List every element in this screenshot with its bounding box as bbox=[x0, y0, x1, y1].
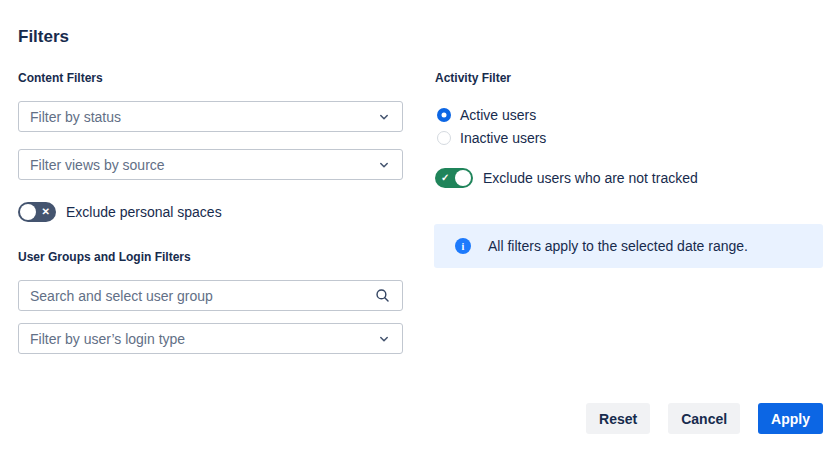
radio-inactive-users-label: Inactive users bbox=[460, 130, 546, 146]
source-filter-select[interactable]: Filter views by source bbox=[18, 149, 403, 180]
toggle-off-x-icon: ✕ bbox=[42, 207, 50, 217]
cancel-button[interactable]: Cancel bbox=[668, 403, 740, 434]
toggle-knob bbox=[20, 204, 36, 220]
radio-row-active-users[interactable]: Active users bbox=[437, 107, 536, 123]
toggle-knob bbox=[455, 170, 471, 186]
exclude-personal-spaces-row: ✕ Exclude personal spaces bbox=[18, 202, 222, 222]
toggle-on-check-icon: ✓ bbox=[441, 173, 449, 183]
chevron-down-icon bbox=[377, 110, 391, 124]
activity-filter-label: Activity Filter bbox=[435, 71, 511, 85]
info-banner: i All filters apply to the selected date… bbox=[434, 224, 823, 268]
exclude-untracked-users-row: ✓ Exclude users who are not tracked bbox=[435, 168, 698, 188]
exclude-personal-spaces-label: Exclude personal spaces bbox=[66, 204, 222, 220]
reset-button[interactable]: Reset bbox=[586, 403, 650, 434]
page-title: Filters bbox=[18, 27, 69, 47]
exclude-untracked-users-label: Exclude users who are not tracked bbox=[483, 170, 698, 186]
status-filter-placeholder: Filter by status bbox=[30, 109, 377, 125]
login-type-select[interactable]: Filter by user’s login type bbox=[18, 323, 403, 354]
login-type-placeholder: Filter by user’s login type bbox=[30, 331, 377, 347]
chevron-down-icon bbox=[377, 332, 391, 346]
radio-active-users-label: Active users bbox=[460, 107, 536, 123]
info-icon: i bbox=[455, 238, 471, 254]
user-group-search-input[interactable]: Search and select user group bbox=[18, 280, 403, 311]
radio-active-users[interactable] bbox=[437, 108, 451, 122]
info-banner-text: All filters apply to the selected date r… bbox=[488, 238, 748, 254]
user-group-search-placeholder: Search and select user group bbox=[30, 288, 374, 304]
user-groups-filters-label: User Groups and Login Filters bbox=[18, 250, 191, 264]
radio-dot bbox=[442, 113, 447, 118]
radio-inactive-users[interactable] bbox=[437, 131, 451, 145]
content-filters-label: Content Filters bbox=[18, 71, 103, 85]
filters-panel: Filters Content Filters Filter by status… bbox=[0, 0, 839, 453]
exclude-untracked-users-toggle[interactable]: ✓ bbox=[435, 168, 473, 188]
source-filter-placeholder: Filter views by source bbox=[30, 157, 377, 173]
footer-actions: Reset Cancel Apply bbox=[586, 403, 823, 434]
exclude-personal-spaces-toggle[interactable]: ✕ bbox=[18, 202, 56, 222]
apply-button[interactable]: Apply bbox=[758, 403, 823, 434]
status-filter-select[interactable]: Filter by status bbox=[18, 101, 403, 132]
search-icon bbox=[374, 287, 391, 304]
radio-row-inactive-users[interactable]: Inactive users bbox=[437, 130, 546, 146]
chevron-down-icon bbox=[377, 158, 391, 172]
